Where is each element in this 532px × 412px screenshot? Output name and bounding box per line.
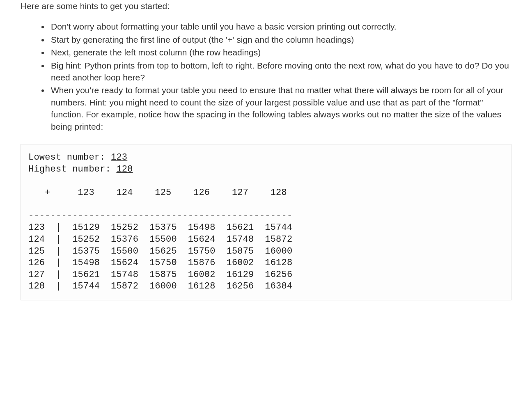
intro-text: Here are some hints to get you started: — [21, 0, 511, 12]
list-item: Big hint: Python prints from top to bott… — [49, 60, 511, 84]
table-row: ----------------------------------------… — [28, 211, 292, 221]
highest-value: 128 — [116, 164, 133, 174]
table-row: + 123 124 125 126 127 128 — [28, 188, 287, 198]
hint-list: Don't worry about formatting your table … — [21, 21, 511, 133]
list-item: When you're ready to format your table y… — [49, 84, 511, 133]
lowest-label: Lowest number: — [28, 152, 111, 163]
table-row: 124 | 15252 15376 15500 15624 15748 1587… — [28, 234, 292, 245]
table-row: 123 | 15129 15252 15375 15498 15621 1574… — [28, 222, 292, 233]
table-row: 127 | 15621 15748 15875 16002 16129 1625… — [28, 270, 292, 280]
lowest-value: 123 — [111, 152, 127, 163]
table-row: 128 | 15744 15872 16000 16128 16256 1638… — [28, 281, 292, 291]
list-item: Next, generate the left most column (the… — [49, 46, 511, 58]
list-item: Don't worry about formatting your table … — [49, 21, 511, 32]
table-row: 126 | 15498 15624 15750 15876 16002 1612… — [28, 258, 292, 268]
list-item: Start by generating the first line of ou… — [49, 34, 511, 46]
table-row: 125 | 15375 15500 15625 15750 15875 1600… — [28, 246, 292, 256]
highest-label: Highest number: — [28, 164, 116, 174]
code-block: Lowest number: 123 Highest number: 128 +… — [21, 144, 511, 300]
